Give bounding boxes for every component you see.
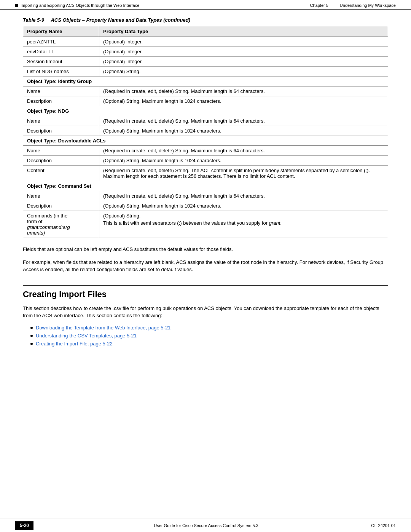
- section-label: Object Type: Downloadable ACLs: [23, 136, 388, 146]
- property-value-cell: (Required in create, edit, delete) Strin…: [99, 116, 388, 126]
- table-row: Name(Required in create, edit, delete) S…: [23, 86, 388, 96]
- property-name-cell: Name: [23, 86, 99, 96]
- table-row: Name(Required in create, edit, delete) S…: [23, 191, 388, 201]
- paragraph-1: Fields that are optional can be left emp…: [23, 246, 388, 253]
- footer-doc-number: OL-24201-01: [371, 523, 396, 528]
- property-name-cell: peerAZNTTL: [23, 37, 99, 47]
- link-csv-templates[interactable]: Understanding the CSV Templates, page 5-…: [36, 333, 137, 339]
- col-header-property-data-type: Property Data Type: [99, 26, 388, 37]
- property-value-cell: (Optional) String. Maximum length is 102…: [99, 126, 388, 136]
- property-name-cell: Description: [23, 126, 99, 136]
- header-bullet-icon: [15, 4, 18, 7]
- footer-page-number: 5-20: [15, 521, 33, 530]
- link-downloading-template[interactable]: Downloading the Template from the Web In…: [36, 325, 170, 331]
- footer-center-text: User Guide for Cisco Secure Access Contr…: [41, 523, 371, 528]
- header-title: Understanding My Workspace: [340, 3, 396, 8]
- property-value-cell: (Optional) Integer.: [99, 47, 388, 57]
- table-row: peerAZNTTL(Optional) Integer.: [23, 37, 388, 47]
- col-header-property-name: Property Name: [23, 26, 99, 37]
- section-intro: This section describes how to create the…: [23, 305, 388, 320]
- property-name-cell-italic: Commands (in theform ofgrant:command:arg…: [23, 211, 99, 238]
- acs-objects-table: Property Name Property Data Type peerAZN…: [23, 26, 388, 238]
- table-caption: Table 5-9 ACS Objects – Property Names a…: [23, 17, 388, 23]
- table-row: Description(Optional) String. Maximum le…: [23, 126, 388, 136]
- header-right: Chapter 5 Understanding My Workspace: [310, 3, 396, 8]
- link-creating-import-file[interactable]: Creating the Import File, page 5-22: [36, 341, 113, 347]
- table-row: Description(Optional) String. Maximum le…: [23, 96, 388, 106]
- bullet-icon: [30, 335, 33, 337]
- header-left: Importing and Exporting ACS Objects thro…: [15, 3, 139, 8]
- table-header-row: Property Name Property Data Type: [23, 26, 388, 37]
- property-name-cell: Description: [23, 201, 99, 211]
- property-value-cell: (Required in create, edit, delete) Strin…: [99, 86, 388, 96]
- property-name-cell: envDataTTL: [23, 47, 99, 57]
- table-caption-title: ACS Objects – Property Names and Data Ty…: [51, 17, 190, 23]
- table-row: Name(Required in create, edit, delete) S…: [23, 146, 388, 156]
- property-name-cell: Content: [23, 166, 99, 181]
- page-header: Importing and Exporting ACS Objects thro…: [0, 0, 411, 10]
- property-value-cell: (Optional) Integer.: [99, 57, 388, 67]
- bullet-icon: [30, 343, 33, 345]
- table-section-header: Object Type: Identity Group: [23, 77, 388, 86]
- table-row: Session timeout(Optional) Integer.: [23, 57, 388, 67]
- bullet-icon: [30, 327, 33, 329]
- table-row: Commands (in theform ofgrant:command:arg…: [23, 211, 388, 238]
- property-value-cell: (Optional) String.: [99, 67, 388, 77]
- table-row: Description(Optional) String. Maximum le…: [23, 201, 388, 211]
- table-row: Name(Required in create, edit, delete) S…: [23, 116, 388, 126]
- property-value-cell: (Optional) String. Maximum length is 102…: [99, 201, 388, 211]
- table-row: List of NDG names(Optional) String.: [23, 67, 388, 77]
- property-value-cell: (Required in create, edit, delete) Strin…: [99, 146, 388, 156]
- list-item: Creating the Import File, page 5-22: [30, 341, 388, 347]
- list-item: Understanding the CSV Templates, page 5-…: [30, 333, 388, 339]
- property-name-cell: List of NDG names: [23, 67, 99, 77]
- table-section-header: Object Type: Downloadable ACLs: [23, 136, 388, 146]
- property-name-cell: Description: [23, 96, 99, 106]
- property-name-cell: Session timeout: [23, 57, 99, 67]
- section-heading-creating-import-files: Creating Import Files: [23, 285, 388, 299]
- section-label: Object Type: NDG: [23, 106, 388, 116]
- table-row: Content(Required in create, edit, delete…: [23, 166, 388, 181]
- section-label: Object Type: Command Set: [23, 181, 388, 191]
- property-value-cell: (Optional) String. Maximum length is 102…: [99, 156, 388, 166]
- list-item: Downloading the Template from the Web In…: [30, 325, 388, 331]
- table-number: Table 5-9: [23, 17, 44, 23]
- header-breadcrumb: Importing and Exporting ACS Objects thro…: [21, 3, 139, 8]
- table-section-header: Object Type: NDG: [23, 106, 388, 116]
- property-name-cell: Name: [23, 146, 99, 156]
- header-chapter: Chapter 5: [310, 3, 328, 8]
- page-footer: 5-20 User Guide for Cisco Secure Access …: [0, 519, 411, 532]
- section-label: Object Type: Identity Group: [23, 77, 388, 86]
- property-name-cell: Name: [23, 191, 99, 201]
- property-value-cell-italic: (Optional) String.This is a list with se…: [99, 211, 388, 238]
- property-name-cell: Description: [23, 156, 99, 166]
- property-value-cell: (Required in create, edit, delete) Strin…: [99, 191, 388, 201]
- property-name-cell: Name: [23, 116, 99, 126]
- main-content: Table 5-9 ACS Objects – Property Names a…: [0, 10, 411, 382]
- section-link-list: Downloading the Template from the Web In…: [23, 325, 388, 347]
- table-section-header: Object Type: Command Set: [23, 181, 388, 191]
- property-value-cell: (Optional) String. Maximum length is 102…: [99, 96, 388, 106]
- property-value-cell: (Required in create, edit, delete) Strin…: [99, 166, 388, 181]
- table-row: envDataTTL(Optional) Integer.: [23, 47, 388, 57]
- paragraph-2: For example, when fields that are relate…: [23, 259, 388, 273]
- table-row: Description(Optional) String. Maximum le…: [23, 156, 388, 166]
- property-value-cell: (Optional) Integer.: [99, 37, 388, 47]
